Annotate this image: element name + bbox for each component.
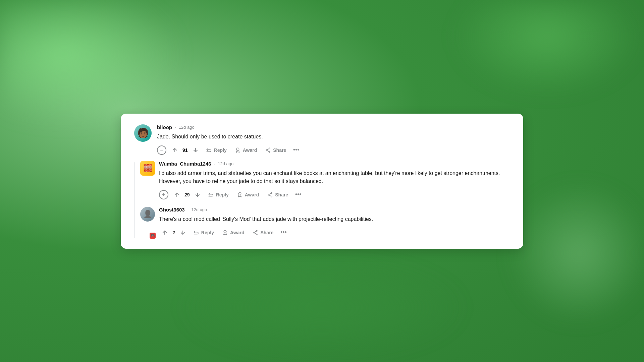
thread-line <box>134 162 135 238</box>
comment-body-blloop: blloop · 12d ago Jade. Should only be us… <box>157 124 510 156</box>
upvote-icon-wumba <box>174 192 180 198</box>
username-wumba: Wumba_Chumba1246 <box>159 161 211 167</box>
svg-point-12 <box>224 230 226 233</box>
reply-button-wumba[interactable]: Reply <box>205 190 232 200</box>
avatar-blloop: 🧑🏾 <box>134 124 152 142</box>
svg-line-11 <box>269 195 271 196</box>
username-blloop: blloop <box>157 124 172 130</box>
timestamp-blloop: · <box>175 125 176 130</box>
svg-point-0 <box>236 148 239 150</box>
downvote-icon-ghost <box>180 230 186 236</box>
reply-button-ghost[interactable]: Reply <box>190 228 217 238</box>
avatar-ghost: 👤 <box>140 207 155 222</box>
reply-icon-wumba <box>208 192 214 198</box>
action-bar-blloop: − 91 <box>157 145 510 156</box>
comment-text-blloop: Jade. Should only be used to create stat… <box>157 133 510 141</box>
svg-line-17 <box>254 233 256 234</box>
collapse-button-wumba[interactable]: + <box>159 190 168 199</box>
share-button-ghost[interactable]: Share <box>249 228 277 238</box>
upvote-button-blloop[interactable] <box>169 145 180 155</box>
collapse-button-blloop[interactable]: − <box>157 145 166 155</box>
thread-line-wrapper <box>134 161 135 238</box>
reply-ghost: 👤 🎮 Ghost3603 · 12d ago There's a cool m… <box>140 207 510 238</box>
comment-blloop: 🧑🏾 blloop · 12d ago Jade. Should only be… <box>134 124 510 156</box>
upvote-button-ghost[interactable] <box>159 228 170 238</box>
award-icon-wumba <box>237 192 243 198</box>
upvote-button-wumba[interactable] <box>171 190 182 200</box>
ghost-badge: 🎮 <box>150 233 156 239</box>
share-icon-wumba <box>267 192 273 198</box>
time-wumba: 12d ago <box>218 161 233 166</box>
vote-count-ghost: 2 <box>172 230 176 235</box>
reply-button-blloop[interactable]: Reply <box>203 145 230 155</box>
award-button-ghost[interactable]: Award <box>219 228 248 238</box>
reply-wumba: 🧱 Wumba_Chumba1246 · 12d ago I'd also ad… <box>140 161 510 200</box>
more-dots-wumba: ••• <box>295 191 302 198</box>
thread-container: 🧱 Wumba_Chumba1246 · 12d ago I'd also ad… <box>134 161 510 238</box>
avatar-wumba: 🧱 <box>140 161 155 176</box>
action-bar-wumba: + 29 <box>159 189 510 200</box>
time-ghost: 12d ago <box>191 207 207 212</box>
more-button-blloop[interactable]: ••• <box>291 145 302 156</box>
downvote-button-ghost[interactable] <box>177 228 189 238</box>
svg-line-16 <box>254 231 256 232</box>
comment-header-wumba: Wumba_Chumba1246 · 12d ago <box>159 161 510 167</box>
upvote-icon-ghost <box>162 230 168 236</box>
more-dots-ghost: ••• <box>280 229 287 236</box>
dot-ghost: · <box>187 207 189 212</box>
svg-line-5 <box>267 150 269 152</box>
share-icon-blloop <box>265 147 271 153</box>
upvote-icon-blloop <box>172 147 178 153</box>
more-button-wumba[interactable]: ••• <box>293 189 304 200</box>
downvote-button-blloop[interactable] <box>190 145 201 155</box>
svg-point-6 <box>238 192 241 195</box>
vote-section-ghost: 2 <box>159 228 189 238</box>
action-bar-ghost: 2 Reply <box>159 227 510 238</box>
comment-header-blloop: blloop · 12d ago <box>157 124 510 130</box>
award-icon-blloop <box>235 147 241 153</box>
share-button-wumba[interactable]: Share <box>264 190 291 200</box>
comment-text-wumba: I'd also add armor trims, and statuettes… <box>159 169 510 185</box>
share-button-blloop[interactable]: Share <box>262 145 289 155</box>
downvote-icon-blloop <box>193 147 199 153</box>
vote-count-wumba: 29 <box>184 192 191 197</box>
username-ghost: Ghost3603 <box>159 207 185 213</box>
reply-icon-ghost <box>193 230 199 236</box>
reply-icon-blloop <box>206 147 212 153</box>
share-icon-ghost <box>252 230 258 236</box>
comment-body-ghost: Ghost3603 · 12d ago There's a cool mod c… <box>159 207 510 238</box>
comment-body-wumba: Wumba_Chumba1246 · 12d ago I'd also add … <box>159 161 510 200</box>
more-button-ghost[interactable]: ••• <box>278 227 289 238</box>
svg-line-10 <box>269 193 271 194</box>
more-dots-blloop: ••• <box>293 146 300 154</box>
award-icon-ghost <box>222 230 228 236</box>
award-button-wumba[interactable]: Award <box>233 190 263 200</box>
replies-list: 🧱 Wumba_Chumba1246 · 12d ago I'd also ad… <box>140 161 510 238</box>
vote-section-wumba: 29 <box>171 190 203 200</box>
dot-wumba: · <box>214 161 215 166</box>
award-button-blloop[interactable]: Award <box>231 145 261 155</box>
avatar-container-ghost: 👤 🎮 <box>140 207 155 238</box>
time-blloop: 12d ago <box>179 125 195 130</box>
downvote-button-wumba[interactable] <box>192 190 203 200</box>
vote-count-blloop: 91 <box>182 147 189 153</box>
comment-header-ghost: Ghost3603 · 12d ago <box>159 207 510 213</box>
vote-section-blloop: 91 <box>169 145 201 155</box>
downvote-icon-wumba <box>195 192 201 198</box>
svg-line-4 <box>267 148 269 150</box>
comments-card: 🧑🏾 blloop · 12d ago Jade. Should only be… <box>121 114 523 249</box>
comment-text-ghost: There's a cool mod called 'Sully's Mod' … <box>159 215 510 223</box>
